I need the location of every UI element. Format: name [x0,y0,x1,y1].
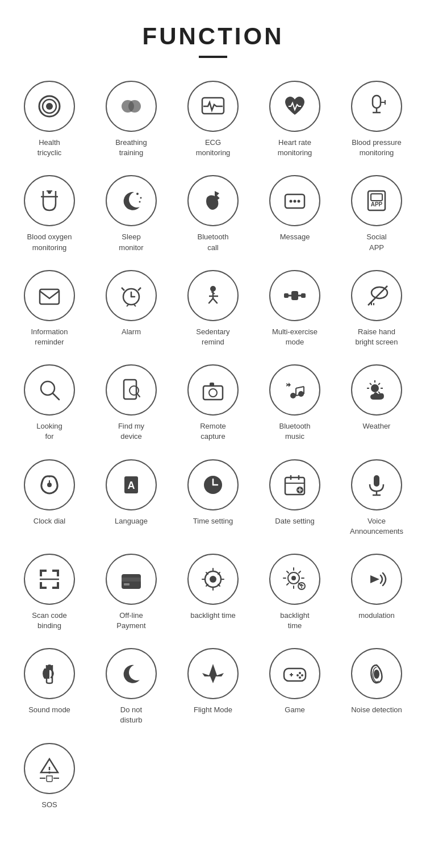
scan-code-binding: Scan codebinding [12,554,86,631]
svg-line-28 [122,288,124,290]
svg-point-32 [210,286,216,292]
multi-exercise-mode-label: Multi-exercisemode [272,327,318,347]
find-my-device-label: Find mydevice [118,421,144,442]
date-setting-label: Date setting [275,516,314,526]
svg-point-48 [209,389,217,397]
sedentary-remind: Sedentaryremind [176,270,250,347]
off-line-payment: Off-linePayment [94,554,168,631]
flight-mode: Flight Mode [176,648,250,725]
voice-announcements-icon-circle [351,459,402,510]
svg-point-107 [299,676,301,679]
svg-point-94 [210,576,216,583]
svg-point-56 [371,384,379,392]
bluetooth-call: Bluetoothcall [176,175,250,252]
function-grid: Healthtricyclic Breathingtraining ECGmon… [11,81,415,810]
backlight-time-1-label: backlight time [190,610,235,621]
page-title: FUNCTION [11,23,415,50]
svg-rect-86 [40,582,42,589]
sedentary-remind-icon-circle [187,270,239,321]
blood-pressure-monitoring-icon-circle [351,81,402,132]
weather-icon-circle [351,364,402,416]
svg-rect-84 [57,570,59,576]
svg-point-104 [299,672,301,674]
svg-line-31 [134,305,136,306]
sedentary-remind-label: Sedentaryremind [196,327,229,347]
off-line-payment-label: Off-linePayment [116,610,145,631]
language-label: Language [115,516,148,526]
backlight-time-2-icon-circle [269,554,320,605]
svg-rect-78 [374,475,379,487]
raise-hand-bright-screen: Raise handbright screen [340,270,414,347]
svg-point-108 [374,670,379,679]
sound-mode-label: Sound mode [28,705,70,715]
noise-detection-label: Noise detection [351,705,402,715]
svg-rect-91 [122,578,141,582]
information-reminder-label: Informationreminder [31,327,68,347]
svg-line-63 [378,383,380,385]
svg-point-20 [298,200,300,203]
svg-rect-37 [291,291,298,300]
message: Message [258,175,332,252]
voice-announcements-label: VoiceAnnouncements [350,516,403,537]
heart-rate-monitoring-icon-circle [269,81,320,132]
sound-mode-icon-circle [24,648,75,699]
blood-oxygen-monitoring-label: Blood oxygenmonitoring [27,232,72,252]
svg-line-53 [296,387,304,388]
flight-mode-icon-circle [187,648,239,699]
svg-point-15 [140,197,142,199]
clock-dial-icon-circle [24,459,75,510]
modulation-label: modulation [358,610,395,621]
blood-pressure-monitoring-label: Blood pressuremonitoring [352,138,401,158]
sleep-monitor: Sleepmonitor [94,175,168,252]
svg-rect-49 [210,383,214,387]
language-icon-circle: A [106,459,157,510]
language: A Language [94,459,168,537]
raise-hand-bright-screen-label: Raise handbright screen [355,327,398,347]
svg-point-110 [48,771,51,774]
svg-line-46 [137,393,140,397]
svg-line-43 [53,393,59,400]
svg-line-30 [127,305,128,306]
backlight-time-1-icon-circle [187,554,239,605]
remote-capture: Remotecapture [176,364,250,442]
health-tricyclic-label: Healthtricyclic [37,138,62,158]
time-setting: Time setting [176,459,250,537]
information-reminder: Informationreminder [12,270,86,347]
sleep-monitor-icon-circle [106,175,157,226]
game-icon-circle [269,648,320,699]
sound-mode: Sound mode [12,648,86,725]
ecg-monitoring: ECGmonitoring [176,81,250,158]
title-underline [199,56,227,58]
noise-detection: Noise detection [340,648,414,725]
heart-rate-monitoring-label: Heart ratemonitoring [278,138,312,158]
svg-point-105 [296,674,299,676]
bluetooth-call-icon-circle [187,175,239,226]
sleep-monitor-label: Sleepmonitor [119,232,143,252]
information-reminder-icon-circle [24,270,75,321]
svg-rect-47 [203,386,223,400]
multi-exercise-mode-icon-circle [269,270,320,321]
weather-label: Weather [363,421,391,431]
alarm-label: Alarm [122,327,141,337]
bluetooth-music: Bluetoothmusic [258,364,332,442]
svg-rect-92 [124,583,130,585]
svg-marker-99 [370,575,379,583]
time-setting-icon-circle [187,459,239,510]
svg-line-29 [138,288,141,290]
raise-hand-bright-screen-icon-circle [351,270,402,321]
svg-point-100 [47,665,52,670]
blood-oxygen-monitoring-icon-circle [24,175,75,226]
scan-code-binding-icon-circle [24,554,75,605]
breathing-training: Breathingtraining [94,81,168,158]
ecg-monitoring-label: ECGmonitoring [196,138,231,158]
bluetooth-call-label: Bluetoothcall [198,232,229,252]
svg-rect-33 [284,293,289,298]
svg-point-50 [290,393,296,398]
svg-point-14 [136,193,139,195]
backlight-time-2-label: backlighttime [280,610,309,631]
game: Game [258,648,332,725]
bluetooth-music-label: Bluetoothmusic [279,421,311,442]
do-not-disturb-label: Do notdisturb [120,705,142,725]
health-tricyclic: Healthtricyclic [12,81,86,158]
remote-capture-icon-circle [187,364,239,416]
